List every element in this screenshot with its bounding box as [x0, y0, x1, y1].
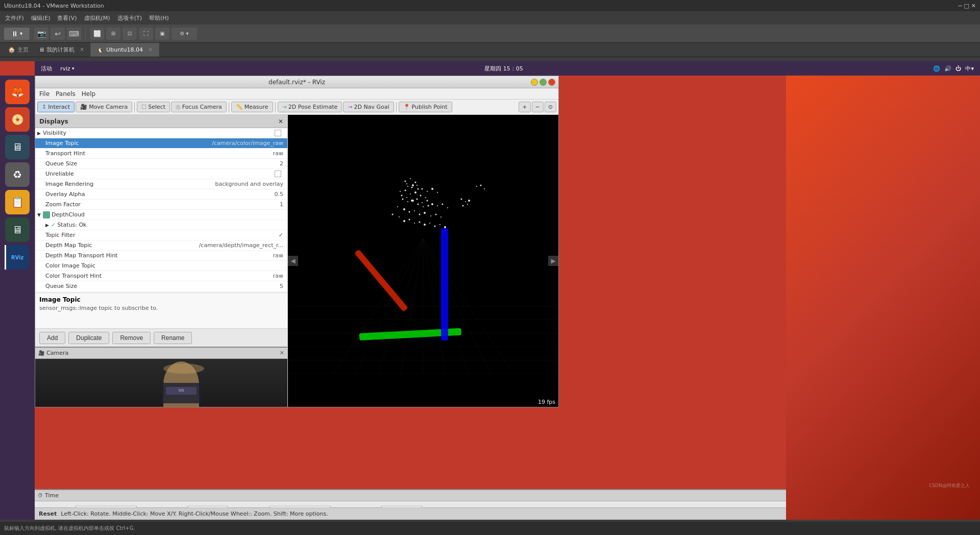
send-ctrl-alt-del[interactable]: ⌨: [67, 28, 81, 40]
sidebar-terminal[interactable]: 🖥: [5, 135, 30, 159]
view-console[interactable]: ▣: [155, 28, 169, 40]
viewport-arrow-right[interactable]: ▶: [548, 256, 558, 266]
tree-row-queue-size[interactable]: Queue Size 2: [35, 159, 287, 169]
svg-point-45: [409, 219, 410, 221]
app-menu[interactable]: rviz ▾: [60, 65, 74, 72]
view-options[interactable]: ⚙ ▾: [172, 28, 197, 40]
zoom-out-button[interactable]: −: [532, 102, 544, 112]
pause-btn[interactable]: ⏸ ▾: [4, 28, 30, 40]
window-controls: [531, 79, 555, 86]
vmware-toolbar: ⏸ ▾ 📷 ↩ ⌨ ⬜ ⊞ ⊡ ⛶ ▣ ⚙ ▾: [0, 25, 980, 43]
rename-button[interactable]: Rename: [154, 332, 192, 344]
viewport-arrow-left[interactable]: ◀: [288, 256, 298, 266]
menu-view[interactable]: 查看(V): [54, 13, 80, 23]
time-icon: ⏱: [38, 493, 43, 498]
checkbox-unreliable[interactable]: [275, 171, 281, 177]
displays-close[interactable]: ✕: [278, 118, 283, 125]
menu-vm[interactable]: 虚拟机(M): [81, 13, 113, 23]
axis-y: [441, 228, 448, 341]
svg-point-35: [409, 211, 410, 213]
svg-point-40: [435, 214, 437, 215]
menu-help[interactable]: 帮助(H): [146, 13, 172, 23]
move-camera-button[interactable]: 🎥 Move Camera: [76, 102, 132, 112]
tree-row-unreliable[interactable]: Unreliable: [35, 169, 287, 179]
tab-ubuntu[interactable]: 🐧Ubuntu18.04✕: [91, 43, 159, 57]
minimize-btn[interactable]: ─: [959, 3, 962, 9]
ubuntu-sidebar: 🦊 📀 🖥 ♻ 📋 🖥 RViz: [0, 76, 35, 520]
menu-file[interactable]: 文件(F): [2, 13, 27, 23]
info-description: sensor_msgs::Image topic to subscribe to…: [39, 305, 283, 311]
add-button[interactable]: Add: [39, 332, 65, 344]
view-full[interactable]: ⬜: [90, 28, 104, 40]
checkbox-visibility[interactable]: [275, 130, 281, 136]
focus-icon: ◎: [176, 104, 181, 110]
svg-point-54: [411, 187, 413, 188]
duplicate-button[interactable]: Duplicate: [68, 332, 109, 344]
view-fit[interactable]: ⊡: [122, 28, 137, 40]
svg-point-55: [416, 185, 418, 186]
zoom-reset-button[interactable]: ⊙: [545, 102, 556, 112]
sidebar-firefox[interactable]: 🦊: [5, 80, 30, 104]
menu-panels[interactable]: Panels: [56, 90, 76, 98]
tree-row-image-rendering[interactable]: Image Rendering background and overlay: [35, 179, 287, 189]
select-button[interactable]: ☐ Select: [137, 102, 170, 112]
tree-row-visibility[interactable]: ▶ Visibility: [35, 128, 287, 138]
snapshot-btn[interactable]: 📷: [34, 28, 48, 40]
tree-row-overlay-alpha[interactable]: Overlay Alpha 0.5: [35, 189, 287, 200]
sidebar-trash[interactable]: ♻: [5, 162, 30, 187]
zoom-in-button[interactable]: +: [519, 102, 530, 112]
restore-button[interactable]: [540, 79, 547, 86]
sidebar-notes[interactable]: 📋: [5, 190, 30, 214]
svg-point-61: [406, 197, 407, 198]
rviz-body: Displays ✕ ▶ Visibility: [35, 115, 558, 407]
tree-row-depth-transport[interactable]: Depth Map Transport Hint raw: [35, 251, 287, 261]
focus-camera-button[interactable]: ◎ Focus Camera: [171, 102, 227, 112]
tree-row-depthcloud[interactable]: ▼ DepthCloud: [35, 210, 287, 220]
viewport-3d[interactable]: ◀ ▶ 19 fps: [288, 115, 558, 407]
tree-row-status[interactable]: ▶ ✓ Status: Ok: [35, 220, 287, 230]
menu-help-rviz[interactable]: Help: [82, 90, 95, 98]
nav-goal-button[interactable]: → 2D Nav Goal: [343, 102, 394, 112]
close-btn[interactable]: ✕: [971, 3, 976, 9]
locale-indicator[interactable]: 中▾: [965, 65, 974, 72]
tree-row-color-image-topic[interactable]: Color Image Topic: [35, 261, 287, 271]
camera-close[interactable]: ✕: [280, 350, 284, 356]
maximize-btn[interactable]: □: [964, 3, 969, 9]
activity-btn[interactable]: 活动: [41, 65, 52, 72]
view-multi[interactable]: ⊞: [106, 28, 120, 40]
toolbar-sep1: [134, 102, 135, 112]
revert-btn[interactable]: ↩: [51, 28, 65, 40]
view-fullscreen[interactable]: ⛶: [139, 28, 153, 40]
reset-button[interactable]: Reset: [39, 510, 57, 517]
sidebar-files[interactable]: 📀: [5, 107, 30, 132]
close-button[interactable]: [548, 79, 555, 86]
sidebar-rviz[interactable]: RViz: [5, 245, 29, 270]
displays-tree[interactable]: ▶ Visibility Image Topic /camera/color/i…: [35, 128, 287, 293]
tree-row-depth-map-topic[interactable]: Depth Map Topic /camera/depth/image_rect…: [35, 240, 287, 251]
tree-row-image-topic[interactable]: Image Topic /camera/color/image_raw: [35, 138, 287, 149]
power-indicator[interactable]: ⏻: [955, 65, 961, 72]
menu-file[interactable]: File: [39, 90, 50, 98]
ubuntu-desktop: 活动 rviz ▾ 星期四 15：05 🌐 🔊 ⏻ 中▾ 🦊 📀 🖥 ♻ 📋 🖥: [0, 61, 980, 520]
tab-my-computer[interactable]: 🖥我的计算机✕: [33, 43, 91, 57]
tree-row-zoom-factor[interactable]: Zoom Factor 1: [35, 200, 287, 210]
measure-button[interactable]: 📏 Measure: [231, 102, 273, 112]
topbar-left: 活动 rviz ▾: [41, 65, 74, 72]
menu-tabs[interactable]: 选项卡(T): [114, 13, 145, 23]
interact-button[interactable]: ↕ Interact: [37, 102, 75, 112]
sidebar-monitor[interactable]: 🖥: [5, 217, 30, 242]
tree-row-topic-filter[interactable]: Topic Filter ✓: [35, 230, 287, 240]
tree-row-color-transport[interactable]: Color Transport Hint raw: [35, 271, 287, 281]
home-btn[interactable]: 🏠主页: [4, 43, 33, 57]
menu-edit[interactable]: 编辑(E): [28, 13, 54, 23]
svg-point-20: [418, 188, 419, 190]
pose-estimate-button[interactable]: → 2D Pose Estimate: [278, 102, 342, 112]
remove-button[interactable]: Remove: [112, 332, 151, 344]
volume-indicator[interactable]: 🔊: [944, 65, 951, 72]
svg-point-32: [428, 205, 429, 207]
tree-row-transport-hint[interactable]: Transport Hint raw: [35, 149, 287, 159]
minimize-button[interactable]: [531, 79, 538, 86]
publish-point-button[interactable]: 📍 Publish Point: [399, 102, 452, 112]
tree-row-queue-size-2[interactable]: Queue Size 5: [35, 281, 287, 291]
network-indicator[interactable]: 🌐: [933, 65, 940, 72]
